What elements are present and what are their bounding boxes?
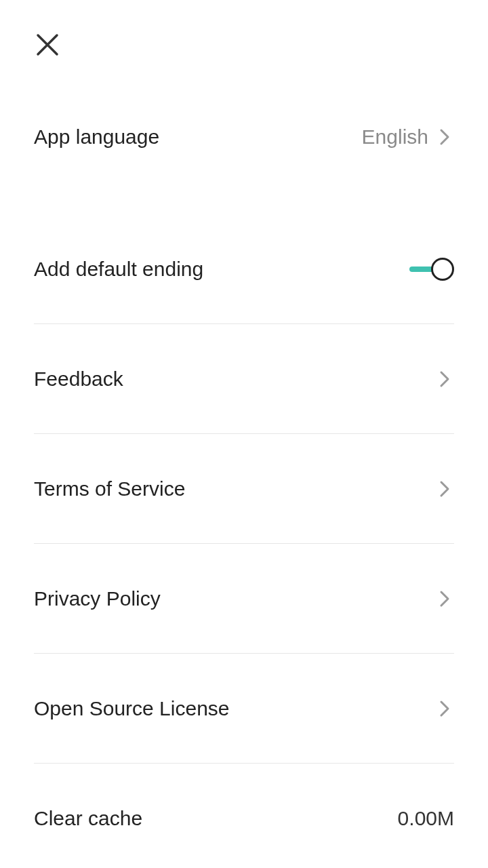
close-icon: [35, 33, 60, 60]
chevron-right-icon: [435, 370, 454, 389]
privacy-policy-row[interactable]: Privacy Policy: [34, 544, 454, 654]
chevron-right-icon: [435, 479, 454, 498]
privacy-policy-label: Privacy Policy: [34, 587, 161, 610]
open-source-license-label: Open Source License: [34, 697, 230, 720]
close-button[interactable]: [34, 33, 61, 60]
clear-cache-value: 0.00M: [398, 807, 454, 830]
terms-of-service-row[interactable]: Terms of Service: [34, 434, 454, 544]
open-source-license-row[interactable]: Open Source License: [34, 654, 454, 764]
default-ending-label: Add default ending: [34, 258, 203, 281]
chevron-right-icon: [435, 589, 454, 608]
terms-of-service-label: Terms of Service: [34, 477, 185, 500]
default-ending-toggle[interactable]: [409, 257, 454, 281]
clear-cache-label: Clear cache: [34, 807, 142, 830]
toggle-thumb: [431, 258, 454, 281]
app-language-row[interactable]: App language English: [34, 60, 454, 214]
feedback-row[interactable]: Feedback: [34, 324, 454, 434]
feedback-label: Feedback: [34, 368, 123, 391]
app-language-label: App language: [34, 125, 159, 149]
chevron-right-icon: [435, 699, 454, 718]
clear-cache-row[interactable]: Clear cache 0.00M: [34, 764, 454, 868]
app-language-value: English: [362, 125, 428, 149]
chevron-right-icon: [435, 127, 454, 146]
default-ending-row: Add default ending: [34, 214, 454, 324]
